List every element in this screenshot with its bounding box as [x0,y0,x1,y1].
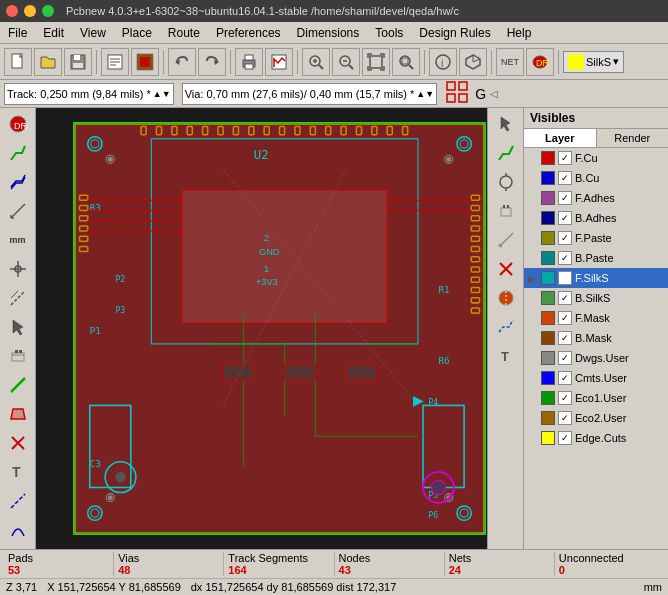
route-diff-pair-button[interactable] [4,168,32,196]
menu-tools[interactable]: Tools [367,22,411,43]
track-seg-cell: Track Segments 164 [224,552,334,576]
layer-row[interactable]: ✓Eco1.User [524,388,668,408]
menu-view[interactable]: View [72,22,114,43]
print-button[interactable] [235,48,263,76]
menu-help[interactable]: Help [499,22,540,43]
add-arc-button[interactable] [4,516,32,544]
layer-visibility-checkbox[interactable]: ✓ [558,391,572,405]
toolbar-separator-4 [297,50,298,74]
select-button[interactable] [4,313,32,341]
measure-tool-button[interactable] [492,226,520,254]
footprint-tool-button[interactable] [492,197,520,225]
layer-row[interactable]: ✓F.Paste [524,228,668,248]
layer-visibility-checkbox[interactable]: ✓ [558,191,572,205]
via-selector[interactable]: Via: 0,70 mm (27,6 mils)/ 0,40 mm (15,7 … [182,83,437,105]
route-diff-pair-tool[interactable] [492,313,520,341]
minimize-button[interactable] [24,5,36,17]
layer-row[interactable]: ✓B.Paste [524,248,668,268]
highlight-net-button[interactable] [492,168,520,196]
grid-icon-button[interactable] [445,80,469,107]
menu-dimensions[interactable]: Dimensions [289,22,368,43]
layer-visibility-checkbox[interactable]: ✓ [558,311,572,325]
layer-row[interactable]: ✓B.Adhes [524,208,668,228]
menu-edit[interactable]: Edit [35,22,72,43]
redo-button[interactable] [198,48,226,76]
save-button[interactable] [64,48,92,76]
layer-row[interactable]: ✓Cmts.User [524,368,668,388]
layer-visibility-checkbox[interactable]: ✓ [558,171,572,185]
layer-visibility-checkbox[interactable]: ✓ [558,151,572,165]
add-zone-button[interactable] [4,400,32,428]
layer-visibility-checkbox[interactable]: ✓ [558,271,572,285]
zoom-in-button[interactable] [302,48,330,76]
layer-visibility-checkbox[interactable]: ✓ [558,411,572,425]
route-single-track-button[interactable] [4,139,32,167]
mm-button[interactable]: mm [4,226,32,254]
silk-layer-label: SilkS [586,56,611,68]
no-connect-button[interactable] [4,429,32,457]
layer-row[interactable]: ✓Edge.Cuts [524,428,668,448]
add-text-tool-button[interactable]: T [492,342,520,370]
layer-row[interactable]: ✓B.Mask [524,328,668,348]
zoom-select-button[interactable] [4,284,32,312]
select-tool-button[interactable] [492,110,520,138]
track-arrow[interactable]: ▲▼ [153,89,171,99]
tab-layer[interactable]: Layer [524,129,597,147]
route-track-tool-button[interactable] [492,139,520,167]
menu-file[interactable]: File [0,22,35,43]
zoom-area-button[interactable] [392,48,420,76]
plot-button[interactable] [265,48,293,76]
layer-visibility-checkbox[interactable]: ✓ [558,211,572,225]
layer-visibility-checkbox[interactable]: ✓ [558,231,572,245]
layer-visibility-checkbox[interactable]: ✓ [558,291,572,305]
layer-visibility-checkbox[interactable]: ✓ [558,251,572,265]
via-arrow[interactable]: ▲▼ [416,89,434,99]
silk-dropdown-arrow[interactable]: ▾ [613,55,619,68]
open-button[interactable] [34,48,62,76]
add-text-button[interactable]: T [4,458,32,486]
layer-row[interactable]: ✓F.Adhes [524,188,668,208]
menu-preferences[interactable]: Preferences [208,22,289,43]
layer-visibility-checkbox[interactable]: ✓ [558,431,572,445]
no-connect-tool-button[interactable] [492,255,520,283]
board-settings-button[interactable] [131,48,159,76]
add-track-button[interactable] [4,371,32,399]
layer-row[interactable]: ▶✓F.SilkS [524,268,668,288]
layer-row[interactable]: ✓Eco2.User [524,408,668,428]
measure-button[interactable] [4,197,32,225]
close-button[interactable] [6,5,18,17]
layer-row[interactable]: ✓B.Cu [524,168,668,188]
drc-left-button[interactable]: DRC [4,110,32,138]
g-button[interactable]: G [475,86,486,102]
maximize-button[interactable] [42,5,54,17]
layer-visibility-checkbox[interactable]: ✓ [558,351,572,365]
menu-design-rules[interactable]: Design Rules [411,22,498,43]
3d-viewer-button[interactable] [459,48,487,76]
layer-visibility-checkbox[interactable]: ✓ [558,371,572,385]
netlist-button[interactable]: NET [496,48,524,76]
silk-layer-selector[interactable]: SilkS ▾ [563,51,624,73]
grid-origin-button[interactable] [4,255,32,283]
page-settings-button[interactable] [101,48,129,76]
pcb-canvas[interactable]: U2 R3 R1 R6 C3 P1 2 GND 1 +3V3 [36,108,523,549]
zone-fill-button[interactable] [492,284,520,312]
menu-place[interactable]: Place [114,22,160,43]
inspect-button[interactable]: i [429,48,457,76]
zoom-fit-button[interactable] [362,48,390,76]
svg-line-45 [11,291,25,305]
new-button[interactable] [4,48,32,76]
drc-button[interactable]: DRC [526,48,554,76]
tab-render[interactable]: Render [597,129,669,147]
zoom-out-button[interactable] [332,48,360,76]
add-module-button[interactable] [4,342,32,370]
layer-row[interactable]: ✓F.Mask [524,308,668,328]
track-selector[interactable]: Track: 0,250 mm (9,84 mils) * ▲▼ [4,83,174,105]
layer-visibility-checkbox[interactable]: ✓ [558,331,572,345]
layer-row[interactable]: ✓F.Cu [524,148,668,168]
draw-line-button[interactable] [4,487,32,515]
pcb-view: U2 R3 R1 R6 C3 P1 2 GND 1 +3V3 [36,108,523,549]
layer-row[interactable]: ✓B.SilkS [524,288,668,308]
layer-row[interactable]: ✓Dwgs.User [524,348,668,368]
undo-button[interactable] [168,48,196,76]
menu-route[interactable]: Route [160,22,208,43]
